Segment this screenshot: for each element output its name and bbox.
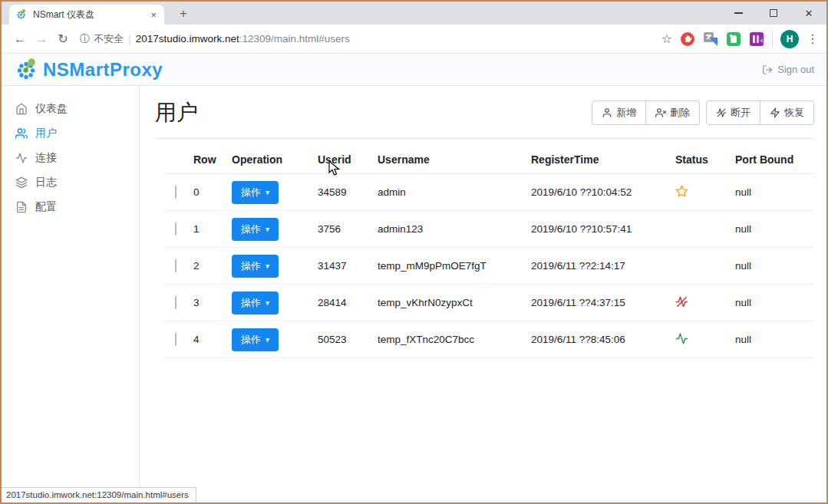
table-actions: 新增 删除 断开 恢复: [592, 100, 814, 125]
table-header-row: Row Operation Userid Username RegisterTi…: [164, 145, 814, 174]
toolbar-divider: [772, 32, 773, 46]
recover-button[interactable]: 恢复: [760, 100, 814, 125]
forward-button[interactable]: →: [31, 28, 52, 50]
row-checkbox[interactable]: [175, 296, 176, 309]
user-x-icon: [655, 107, 666, 118]
disconnect-label: 断开: [731, 106, 750, 120]
operation-dropdown-button[interactable]: 操作▾: [232, 218, 279, 241]
row-checkbox[interactable]: [175, 186, 176, 199]
back-button[interactable]: ←: [9, 28, 31, 50]
cell-register-time: 2019/6/10 ??10:57:41: [525, 223, 669, 235]
file-text-icon: [15, 201, 28, 213]
purple-extension-icon[interactable]: [749, 31, 764, 47]
disconnect-button[interactable]: 断开: [706, 100, 760, 125]
cell-row-index: 3: [187, 297, 226, 308]
tab-title: NSmart 仪表盘: [33, 8, 143, 21]
cell-row-index: 2: [187, 260, 226, 272]
log-out-icon: [762, 64, 773, 75]
address-bar[interactable]: ⓘ 不安全 | 2017studio.imwork.net:12309/main…: [80, 32, 661, 46]
cell-port-bound: null: [729, 186, 814, 198]
new-tab-button[interactable]: +: [173, 4, 193, 24]
caret-down-icon: ▾: [266, 189, 269, 196]
page-content: 仪表盘 用户 连接 日志 配置 用户: [2, 86, 826, 502]
sidebar-item-users[interactable]: 用户: [2, 121, 139, 146]
users-table: Row Operation Userid Username RegisterTi…: [164, 145, 814, 358]
activity-icon: [15, 152, 28, 164]
cell-userid: 31437: [312, 260, 371, 272]
operation-label: 操作: [241, 296, 261, 310]
row-checkbox[interactable]: [175, 222, 176, 236]
sidebar-item-label: 连接: [35, 151, 57, 165]
operation-dropdown-button[interactable]: 操作▾: [232, 292, 279, 315]
row-checkbox[interactable]: [175, 259, 176, 272]
link-status-bar: 2017studio.imwork.net:12309/main.html#us…: [2, 487, 196, 502]
page-head: 用户 新增 删除: [155, 98, 814, 127]
col-header-row: Row: [187, 153, 226, 166]
operation-dropdown-button[interactable]: 操作▾: [232, 328, 279, 351]
sidebar-item-dashboard[interactable]: 仪表盘: [2, 97, 139, 121]
sign-out-label: Sign out: [777, 64, 814, 75]
operation-dropdown-button[interactable]: 操作▾: [232, 181, 279, 204]
sidebar-item-config[interactable]: 配置: [2, 195, 139, 219]
window-close-button[interactable]: ✕: [791, 2, 826, 25]
cell-userid: 28414: [312, 297, 371, 308]
col-header-status: Status: [669, 153, 729, 166]
connected-status-icon: [675, 332, 688, 345]
home-icon: [15, 103, 28, 115]
cell-port-bound: null: [729, 260, 814, 272]
row-checkbox[interactable]: [175, 333, 176, 346]
browser-tab[interactable]: NSmart 仪表盘 ×: [9, 5, 164, 25]
caret-down-icon: ▾: [266, 226, 269, 233]
connection-actions-group: 断开 恢复: [706, 100, 814, 125]
evernote-extension-icon[interactable]: [726, 31, 741, 47]
window-minimize-button[interactable]: [721, 2, 756, 25]
cell-userid: 3756: [312, 223, 371, 235]
table-row: 0 操作▾ 34589 admin 2019/6/10 ??10:04:52 n…: [164, 174, 814, 211]
page-title: 用户: [155, 98, 198, 127]
cell-status: [669, 332, 729, 348]
users-icon: [15, 127, 28, 140]
browser-titlebar: NSmart 仪表盘 × + ✕: [2, 2, 826, 25]
operation-dropdown-button[interactable]: 操作▾: [232, 255, 279, 278]
cell-row-index: 4: [187, 334, 226, 345]
user-actions-group: 新增 删除: [592, 100, 700, 125]
recover-label: 恢复: [784, 106, 804, 120]
adblock-extension-icon[interactable]: [680, 31, 695, 47]
url-domain: 2017studio.imwork.net: [136, 33, 239, 44]
col-header-username: Username: [371, 153, 525, 166]
nsmartproxy-logo-icon: [14, 57, 40, 83]
profile-avatar[interactable]: H: [780, 30, 799, 48]
sign-out-button[interactable]: Sign out: [762, 64, 814, 75]
layers-icon: [15, 176, 28, 189]
sidebar-item-label: 仪表盘: [35, 102, 68, 116]
sidebar-item-logs[interactable]: 日志: [2, 170, 139, 195]
cell-register-time: 2019/6/11 ??2:14:17: [525, 260, 669, 272]
app-header: NSMartProxy Sign out: [2, 54, 826, 86]
site-security-info[interactable]: ⓘ 不安全: [80, 32, 124, 46]
delete-user-button[interactable]: 删除: [646, 100, 700, 125]
cell-port-bound: null: [729, 297, 814, 308]
cell-port-bound: null: [729, 334, 814, 345]
cell-userid: 50523: [312, 334, 371, 345]
minimize-icon: [734, 12, 743, 14]
cell-register-time: 2019/6/11 ??8:45:06: [525, 334, 669, 345]
zap-icon: [770, 107, 780, 118]
bookmark-star-icon[interactable]: ☆: [661, 31, 672, 46]
main-panel: 用户 新增 删除: [140, 86, 826, 502]
sidebar-item-label: 配置: [35, 200, 57, 214]
reload-button[interactable]: ↻: [52, 28, 74, 50]
tab-close-icon[interactable]: ×: [149, 9, 158, 21]
translate-extension-icon[interactable]: [703, 31, 718, 47]
cell-username: admin: [371, 186, 525, 198]
brand-logo: NSMartProxy: [14, 57, 163, 83]
maximize-icon: [770, 9, 777, 17]
caret-down-icon: ▾: [266, 262, 269, 270]
url-separator: |: [128, 33, 131, 45]
sidebar-item-connections[interactable]: 连接: [2, 146, 139, 170]
col-header-userid: Userid: [312, 153, 371, 166]
cell-userid: 34589: [312, 186, 371, 198]
add-user-label: 新增: [616, 106, 636, 120]
add-user-button[interactable]: 新增: [592, 100, 646, 125]
window-maximize-button[interactable]: [756, 2, 791, 25]
browser-menu-button[interactable]: ⋮: [807, 31, 819, 46]
